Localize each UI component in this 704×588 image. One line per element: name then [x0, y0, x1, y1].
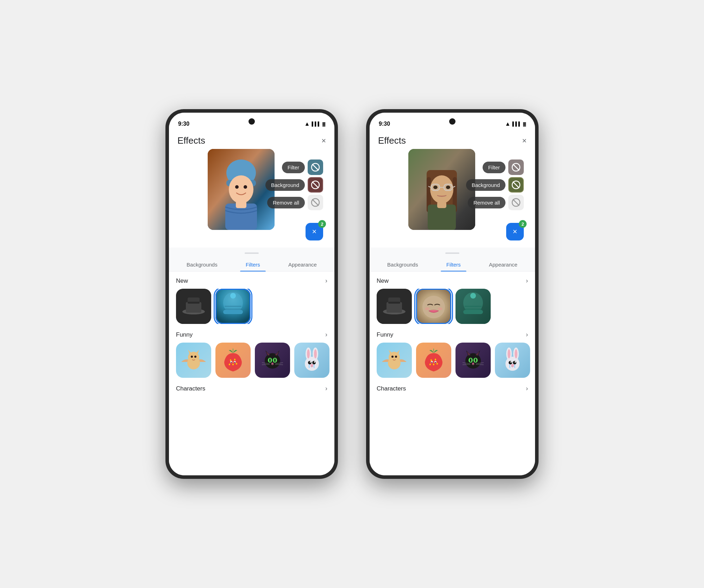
hat-svg-right	[377, 289, 412, 324]
phone-right: 9:30 ▲ ▌▌▌ ▓ Effects ×	[366, 109, 539, 479]
close-button-left[interactable]: ×	[321, 136, 326, 145]
preview-area-right: Filter Background	[370, 149, 535, 248]
battery-icon-left: ▓	[322, 122, 325, 126]
status-icons-left: ▲ ▌▌▌ ▓	[304, 121, 325, 127]
filter-black-cat-left[interactable]	[255, 343, 290, 378]
items-row-new-right	[370, 289, 535, 324]
svg-point-139	[508, 349, 510, 358]
svg-point-34	[234, 359, 235, 361]
beanie-svg-left	[215, 289, 251, 324]
svg-point-94	[422, 296, 445, 318]
svg-point-61	[307, 349, 310, 358]
tabs-row-left: Backgrounds Filters Appearance	[169, 258, 334, 271]
popup-label-background-right[interactable]: Background	[466, 179, 505, 191]
filter-face-selected-right[interactable]	[416, 289, 451, 324]
popup-label-remove-right[interactable]: Remove all	[468, 197, 505, 208]
svg-point-5	[244, 185, 247, 189]
svg-point-140	[515, 349, 517, 358]
popup-item-background-left: Background	[265, 177, 323, 193]
filter-rabbit-left[interactable]	[294, 343, 329, 378]
rabbit-svg-left	[298, 346, 326, 374]
section-funny-right: Funny ›	[370, 331, 535, 378]
phone-left: 9:30 ▲ ▌▌▌ ▓ Effects ×	[165, 109, 338, 479]
black-cat-svg-right	[459, 346, 487, 374]
svg-line-11	[312, 182, 319, 188]
section-funny-left: Funny ›	[169, 331, 334, 378]
filter-cat-wings-left[interactable]	[176, 343, 211, 378]
content-scroll-right: New ›	[370, 271, 535, 475]
popup-icon-bg-right[interactable]	[508, 177, 524, 193]
app-title-left: Effects	[177, 135, 205, 146]
filter-cat-wings-right[interactable]	[377, 343, 412, 378]
svg-point-100	[470, 293, 476, 299]
popup-label-filter-left[interactable]: Filter	[282, 162, 305, 173]
section-header-funny-left: Funny ›	[169, 331, 334, 343]
section-chevron-new-right[interactable]: ›	[526, 277, 528, 284]
tab-appearance-left[interactable]: Appearance	[283, 258, 322, 271]
tabs-section-right: Backgrounds Filters Appearance	[370, 248, 535, 271]
wifi-icon-left: ▲	[304, 121, 310, 127]
section-chevron-characters-right[interactable]: ›	[526, 385, 528, 392]
tab-backgrounds-right[interactable]: Backgrounds	[382, 258, 424, 271]
popup-icon-bg-left[interactable]	[308, 177, 323, 193]
no-icon-remove-right	[511, 198, 521, 207]
tab-filters-left[interactable]: Filters	[240, 258, 266, 271]
filter-rabbit-right[interactable]	[495, 343, 530, 378]
popup-item-remove-left: Remove all	[265, 195, 323, 210]
svg-point-35	[232, 364, 234, 365]
popup-icon-remove-right[interactable]	[508, 195, 524, 210]
popup-label-background-left[interactable]: Background	[265, 179, 305, 191]
svg-point-115	[436, 363, 438, 365]
hat-svg-left	[176, 289, 211, 324]
no-icon-bg-left	[311, 180, 320, 189]
phone-right-inner: 9:30 ▲ ▌▌▌ ▓ Effects ×	[370, 113, 535, 475]
filter-hat-left[interactable]	[176, 289, 211, 324]
close-button-right[interactable]: ×	[522, 136, 527, 145]
popup-label-filter-right[interactable]: Filter	[483, 162, 505, 173]
status-time-left: 9:30	[178, 121, 189, 127]
svg-point-130	[472, 363, 474, 364]
tab-backgrounds-left[interactable]: Backgrounds	[181, 258, 223, 271]
svg-point-31	[194, 356, 196, 358]
svg-point-40	[231, 362, 232, 363]
filter-strawberry-left[interactable]	[215, 343, 251, 378]
section-title-characters-left: Characters	[176, 385, 205, 392]
section-header-funny-right: Funny ›	[370, 331, 535, 343]
section-chevron-funny-right[interactable]: ›	[526, 331, 528, 338]
badge-left: 2	[318, 220, 326, 228]
popup-icon-remove-left[interactable]	[308, 195, 323, 210]
section-chevron-new-left[interactable]: ›	[325, 277, 327, 284]
filter-teal-right[interactable]	[455, 289, 491, 324]
filter-strawberry-right[interactable]	[416, 343, 451, 378]
tab-filters-right[interactable]: Filters	[441, 258, 466, 271]
popup-label-remove-left[interactable]: Remove all	[267, 197, 305, 208]
items-row-funny-left	[169, 343, 334, 378]
filter-black-cat-right[interactable]	[455, 343, 491, 378]
svg-point-143	[510, 361, 512, 363]
preview-image-left	[208, 149, 275, 230]
filter-hat-right[interactable]	[377, 289, 412, 324]
section-title-funny-left: Funny	[176, 331, 193, 338]
svg-rect-7	[236, 201, 246, 208]
section-title-characters-right: Characters	[377, 385, 406, 392]
svg-point-141	[509, 361, 512, 364]
section-chevron-funny-left[interactable]: ›	[325, 331, 327, 338]
preview-area-left: Filter Background	[169, 149, 334, 248]
section-chevron-characters-left[interactable]: ›	[325, 385, 327, 392]
section-header-new-right: New ›	[370, 277, 535, 289]
svg-point-43	[265, 353, 280, 369]
popup-icon-filter-right[interactable]	[508, 159, 524, 175]
svg-point-22	[230, 293, 236, 299]
tab-appearance-right[interactable]: Appearance	[483, 258, 523, 271]
x-close-button-left[interactable]: × 2	[306, 223, 323, 240]
x-close-button-right[interactable]: × 2	[506, 223, 524, 240]
section-characters-left: Characters ›	[169, 385, 334, 396]
svg-point-113	[433, 364, 434, 365]
section-new-right: New ›	[370, 277, 535, 324]
preview-image-right	[408, 149, 475, 230]
popup-icon-filter-left[interactable]	[308, 159, 323, 175]
battery-icon-right: ▓	[523, 122, 526, 126]
no-icon-remove-left	[311, 198, 320, 207]
signal-icon-left: ▌▌▌	[312, 121, 321, 126]
filter-beanie-selected-left[interactable]	[215, 289, 251, 324]
